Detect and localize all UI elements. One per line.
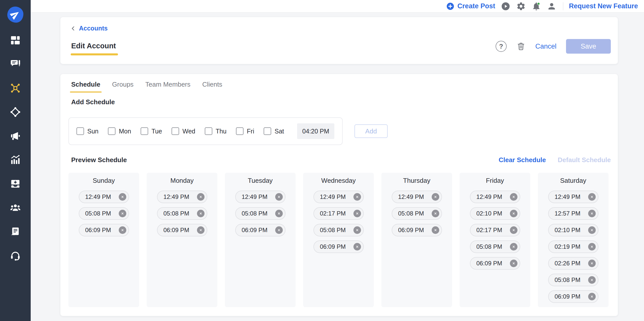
sidebar	[0, 0, 31, 321]
tab-groups[interactable]: Groups	[112, 81, 134, 93]
day-checkbox-mon[interactable]	[108, 127, 115, 135]
remove-time-button[interactable]	[197, 193, 205, 201]
schedule-links: Clear Schedule Default Schedule	[499, 156, 611, 164]
day-column-thursday: Thursday12:49 PM05:08 PM06:09 PM	[381, 173, 452, 307]
chip-time: 12:49 PM	[320, 193, 346, 200]
remove-time-button[interactable]	[432, 193, 439, 201]
remove-time-button[interactable]	[353, 210, 361, 217]
close-icon	[433, 228, 437, 232]
schedule-time-chip: 12:49 PM	[235, 191, 286, 203]
sidebar-item-diamond-nodes[interactable]	[10, 106, 21, 118]
clear-schedule-link[interactable]: Clear Schedule	[499, 156, 546, 164]
header-actions: ? Cancel Save	[496, 39, 611, 54]
close-icon	[590, 195, 594, 199]
close-icon	[512, 261, 516, 265]
remove-time-button[interactable]	[353, 193, 361, 201]
remove-time-button[interactable]	[275, 193, 283, 201]
remove-time-button[interactable]	[119, 226, 126, 234]
save-button[interactable]: Save	[566, 39, 611, 54]
chip-time: 02:17 PM	[320, 210, 346, 217]
day-checkbox-tue[interactable]	[141, 127, 148, 135]
remove-time-button[interactable]	[119, 210, 126, 217]
sidebar-item-document-stack[interactable]	[10, 226, 21, 237]
sidebar-item-headset[interactable]	[10, 250, 21, 261]
sidebar-item-chat-pencil[interactable]	[10, 58, 21, 70]
chip-time: 05:08 PM	[320, 227, 346, 234]
close-icon	[590, 245, 594, 249]
remove-time-button[interactable]	[510, 226, 517, 234]
tab-clients[interactable]: Clients	[202, 81, 222, 93]
sidebar-item-people-group[interactable]	[10, 202, 21, 213]
day-option-sun: Sun	[76, 127, 98, 135]
chip-time: 05:08 PM	[164, 210, 189, 217]
day-option-fri: Fri	[236, 127, 254, 135]
remove-time-button[interactable]	[588, 260, 596, 267]
day-column-sunday: Sunday12:49 PM05:08 PM06:09 PM	[68, 173, 139, 307]
default-schedule-link[interactable]: Default Schedule	[558, 156, 611, 164]
remove-time-button[interactable]	[275, 226, 283, 234]
remove-time-button[interactable]	[353, 226, 361, 234]
schedule-time-chip: 12:49 PM	[313, 191, 364, 203]
add-button[interactable]: Add	[354, 124, 388, 138]
remove-time-button[interactable]	[588, 276, 596, 284]
day-checkbox-sat[interactable]	[264, 127, 271, 135]
remove-time-button[interactable]	[510, 260, 517, 267]
app-logo[interactable]	[7, 7, 23, 23]
remove-time-button[interactable]	[588, 293, 596, 300]
bell-icon[interactable]	[532, 2, 541, 11]
paper-plane-logo-icon	[10, 9, 21, 20]
schedule-time-chip: 02:10 PM	[470, 207, 520, 220]
schedule-time-chip: 12:57 PM	[548, 207, 598, 220]
remove-time-button[interactable]	[353, 243, 361, 251]
sidebar-item-dashboard-grid[interactable]	[10, 34, 21, 46]
remove-time-button[interactable]	[588, 193, 596, 201]
sidebar-item-network-hub[interactable]	[10, 82, 21, 94]
day-option-tue: Tue	[141, 127, 162, 135]
close-icon	[120, 195, 125, 199]
breadcrumb-back-link[interactable]: Accounts	[70, 25, 108, 32]
tab-schedule[interactable]: Schedule	[71, 81, 100, 93]
sidebar-item-megaphone[interactable]	[10, 130, 21, 142]
remove-time-button[interactable]	[510, 210, 517, 217]
time-input[interactable]: 04:20 PM	[297, 123, 334, 139]
remove-time-button[interactable]	[588, 243, 596, 251]
remove-time-button[interactable]	[432, 226, 439, 234]
schedule-time-chip: 05:08 PM	[79, 207, 129, 220]
close-icon	[355, 228, 359, 232]
day-checkbox-thu[interactable]	[205, 127, 212, 135]
remove-time-button[interactable]	[588, 226, 596, 234]
cancel-button[interactable]: Cancel	[535, 43, 556, 50]
day-checkbox-sun[interactable]	[76, 127, 84, 135]
play-circle-icon[interactable]	[501, 2, 510, 11]
chip-time: 02:10 PM	[476, 210, 502, 217]
tab-team-members[interactable]: Team Members	[145, 81, 190, 93]
create-post-button[interactable]: Create Post	[446, 2, 495, 11]
chip-time: 05:08 PM	[476, 243, 502, 250]
remove-time-button[interactable]	[510, 243, 517, 251]
sidebar-item-bar-chart[interactable]	[10, 154, 21, 166]
profile-icon[interactable]	[547, 2, 556, 11]
remove-time-button[interactable]	[432, 210, 439, 217]
schedule-time-chip: 02:17 PM	[470, 224, 520, 236]
schedule-time-chip: 06:09 PM	[313, 240, 364, 253]
chip-time: 12:49 PM	[398, 193, 424, 200]
day-label: Sun	[87, 128, 98, 135]
request-new-feature-link[interactable]: Request New Feature	[569, 2, 638, 10]
help-button[interactable]: ?	[496, 41, 507, 52]
remove-time-button[interactable]	[119, 193, 126, 201]
day-checkbox-wed[interactable]	[172, 127, 179, 135]
delete-button[interactable]	[516, 42, 526, 51]
remove-time-button[interactable]	[197, 210, 205, 217]
remove-time-button[interactable]	[588, 210, 596, 217]
day-option-wed: Wed	[172, 127, 195, 135]
day-option-mon: Mon	[108, 127, 131, 135]
gear-icon[interactable]	[516, 2, 526, 11]
remove-time-button[interactable]	[197, 226, 205, 234]
remove-time-button[interactable]	[510, 193, 517, 201]
schedule-body-card: ScheduleGroupsTeam MembersClients Add Sc…	[60, 74, 618, 316]
sidebar-item-inbox-tray[interactable]	[10, 178, 21, 190]
chips-list: 12:49 PM05:08 PM06:09 PM	[381, 191, 452, 236]
day-checkbox-fri[interactable]	[236, 127, 244, 135]
chip-time: 06:09 PM	[398, 227, 424, 234]
remove-time-button[interactable]	[275, 210, 283, 217]
